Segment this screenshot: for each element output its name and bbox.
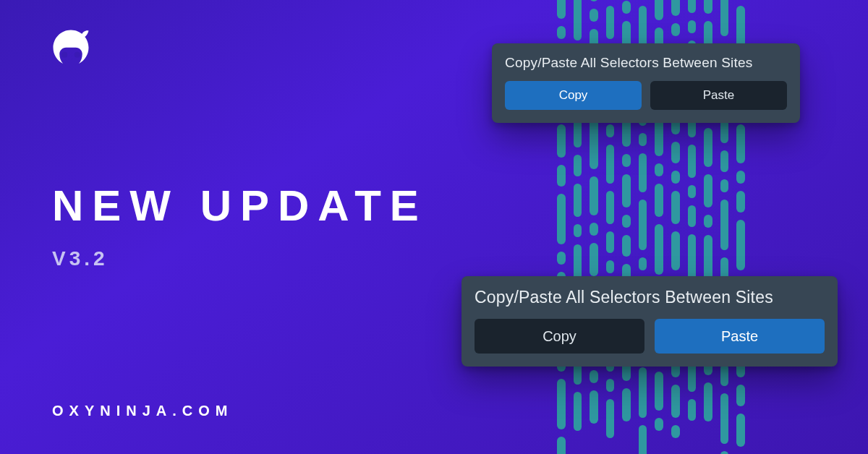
- svg-point-0: [61, 52, 67, 58]
- headline: NEW UPDATE: [52, 184, 427, 228]
- button-row: Copy Paste: [505, 81, 787, 110]
- panel-title: Copy/Paste All Selectors Between Sites: [475, 288, 825, 307]
- version-label: V3.2: [52, 247, 109, 270]
- svg-point-1: [75, 52, 80, 58]
- button-row: Copy Paste: [475, 319, 825, 354]
- copy-paste-panel-bottom: Copy/Paste All Selectors Between Sites C…: [461, 276, 838, 367]
- copy-button[interactable]: Copy: [505, 81, 642, 110]
- paste-button[interactable]: Paste: [655, 319, 825, 354]
- copy-paste-panel-top: Copy/Paste All Selectors Between Sites C…: [492, 43, 800, 123]
- brand-footer: OXYNINJA.COM: [52, 403, 233, 419]
- panel-title: Copy/Paste All Selectors Between Sites: [505, 55, 787, 71]
- ninja-logo-icon: [51, 27, 91, 68]
- paste-button[interactable]: Paste: [650, 81, 787, 110]
- copy-button[interactable]: Copy: [475, 319, 644, 354]
